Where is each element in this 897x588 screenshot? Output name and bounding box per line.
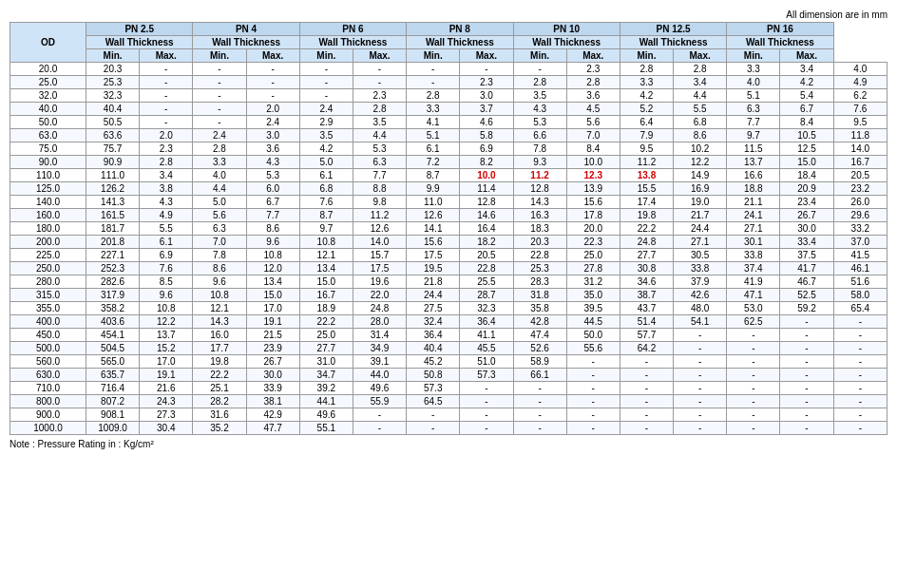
pn6_min-cell: 14.0 <box>353 236 406 249</box>
pn10_min-cell: 25.0 <box>566 249 620 262</box>
pn4_max-cell: 15.0 <box>299 275 353 289</box>
pn25_min-cell: 27.3 <box>140 408 193 422</box>
pn8_min-cell: 8.2 <box>460 156 513 169</box>
pn125_min-cell: - <box>674 342 727 355</box>
od-min-cell: 400.0 <box>10 315 86 329</box>
pn4_max-cell: 6.8 <box>299 182 353 196</box>
pn16_max-cell: 23.2 <box>833 182 887 196</box>
pn125_max-cell: 62.5 <box>727 315 780 329</box>
pn25_max-cell: 9.6 <box>193 275 246 289</box>
pn8-max-label: Max. <box>460 49 513 63</box>
od-min-cell: 20.0 <box>10 63 86 76</box>
pn8_min-cell: 57.3 <box>460 369 513 382</box>
pn25_max-cell: 31.6 <box>193 408 246 422</box>
pn25_max-cell: 2.8 <box>193 142 246 156</box>
pn8_max-cell: 25.3 <box>513 262 566 275</box>
pn125_min-cell: - <box>674 369 727 382</box>
pn10_min-cell: 2.8 <box>566 76 620 89</box>
pn16_max-cell: 37.0 <box>833 236 887 249</box>
pn16_min-cell: - <box>780 369 833 382</box>
pn125_max-cell: 13.7 <box>727 156 780 169</box>
pn10-min-label: Min. <box>513 49 566 63</box>
pn25_max-cell: 5.6 <box>193 209 246 222</box>
pn6_max-cell: - <box>407 76 460 89</box>
pn125_min-cell: - <box>674 329 727 342</box>
table-row: 75.075.72.32.83.64.25.36.16.97.88.49.510… <box>10 142 887 156</box>
pn125_min-cell: - <box>674 395 727 408</box>
pn6_min-cell: 31.4 <box>353 329 406 342</box>
pn16_min-cell: - <box>780 382 833 395</box>
pn16_min-cell: 52.5 <box>780 289 833 302</box>
od-max-cell: 635.7 <box>86 369 140 382</box>
pn125_min-cell: 54.1 <box>674 315 727 329</box>
pn125_max-cell: 3.3 <box>727 63 780 76</box>
pn6_max-cell: 64.5 <box>407 395 460 408</box>
pn16_max-cell: - <box>833 408 887 422</box>
table-row: 200.0201.86.17.09.610.814.015.618.220.32… <box>10 236 887 249</box>
pn6_max-cell: 2.8 <box>407 89 460 103</box>
pn10-max-label: Max. <box>566 49 620 63</box>
pn10_min-cell: 13.9 <box>566 182 620 196</box>
pn4_max-cell: 44.1 <box>299 395 353 408</box>
pn6_max-cell: - <box>407 63 460 76</box>
pn8_min-cell: 45.5 <box>460 342 513 355</box>
pn16_min-cell: 4.2 <box>780 76 833 89</box>
pn10_max-cell: 19.8 <box>620 209 673 222</box>
pn8_max-cell: 6.6 <box>513 129 566 142</box>
pn6_min-cell: 55.9 <box>353 395 406 408</box>
pn125_max-cell: 37.4 <box>727 262 780 275</box>
pn16_max-cell: 46.1 <box>833 262 887 275</box>
pn10_min-cell: 55.6 <box>566 342 620 355</box>
pn16_min-cell: - <box>780 315 833 329</box>
pn25_max-cell: 28.2 <box>193 395 246 408</box>
pn6_min-cell: 2.3 <box>353 89 406 103</box>
pn25_min-cell: 6.1 <box>140 236 193 249</box>
pn8-wt: Wall Thickness <box>407 36 513 49</box>
pn125_min-cell: 12.2 <box>674 156 727 169</box>
pn6_min-cell: 2.8 <box>353 103 406 116</box>
pn8-min-label: Min. <box>407 49 460 63</box>
pn16_max-cell: 14.0 <box>833 142 887 156</box>
pn10_max-cell: - <box>620 382 673 395</box>
pn25_min-cell: 5.5 <box>140 222 193 236</box>
table-row: 280.0282.68.59.613.415.019.621.825.528.3… <box>10 275 887 289</box>
pn16_max-cell: - <box>833 422 887 435</box>
od-min-cell: 560.0 <box>10 355 86 369</box>
pn8_max-cell: 5.3 <box>513 116 566 129</box>
pn10_max-cell: 2.8 <box>620 63 673 76</box>
od-min-cell: 140.0 <box>10 196 86 209</box>
pn4_max-cell: 7.6 <box>299 196 353 209</box>
pn6_max-cell: 17.5 <box>407 249 460 262</box>
od-max-cell: 20.3 <box>86 63 140 76</box>
pn4_max-cell: 9.7 <box>299 222 353 236</box>
pn16_min-cell: - <box>780 342 833 355</box>
pn8_max-cell: 9.3 <box>513 156 566 169</box>
pn25_min-cell: 15.2 <box>140 342 193 355</box>
pn10_min-cell: 20.0 <box>566 222 620 236</box>
pn8_max-cell: 16.3 <box>513 209 566 222</box>
pn10_max-cell: 7.9 <box>620 129 673 142</box>
pn125_max-cell: - <box>727 422 780 435</box>
pn6_max-cell: 5.1 <box>407 129 460 142</box>
pn25_min-cell: 10.8 <box>140 302 193 315</box>
pn8_max-cell: 35.8 <box>513 302 566 315</box>
pn16_min-cell: - <box>780 329 833 342</box>
pn8_min-cell: 41.1 <box>460 329 513 342</box>
pn8-header: PN 8 <box>407 23 513 36</box>
od-min-cell: 75.0 <box>10 142 86 156</box>
pn4_max-cell: 6.1 <box>299 169 353 182</box>
pn4_max-cell: 18.9 <box>299 302 353 315</box>
pn25_max-cell: 3.3 <box>193 156 246 169</box>
table-row: 90.090.92.83.34.35.06.37.28.29.310.011.2… <box>10 156 887 169</box>
od-min-cell: 1000.0 <box>10 422 86 435</box>
od-min-cell: 160.0 <box>10 209 86 222</box>
pn6_min-cell: - <box>353 63 406 76</box>
od-max-cell: 63.6 <box>86 129 140 142</box>
table-row: 110.0111.03.44.05.36.17.78.710.011.212.3… <box>10 169 887 182</box>
pn16_max-cell: - <box>833 395 887 408</box>
pn6_min-cell: - <box>353 408 406 422</box>
pn10_min-cell: 31.2 <box>566 275 620 289</box>
pn10_max-cell: 6.4 <box>620 116 673 129</box>
pn6_min-cell: 6.3 <box>353 156 406 169</box>
od-min-cell: 90.0 <box>10 156 86 169</box>
